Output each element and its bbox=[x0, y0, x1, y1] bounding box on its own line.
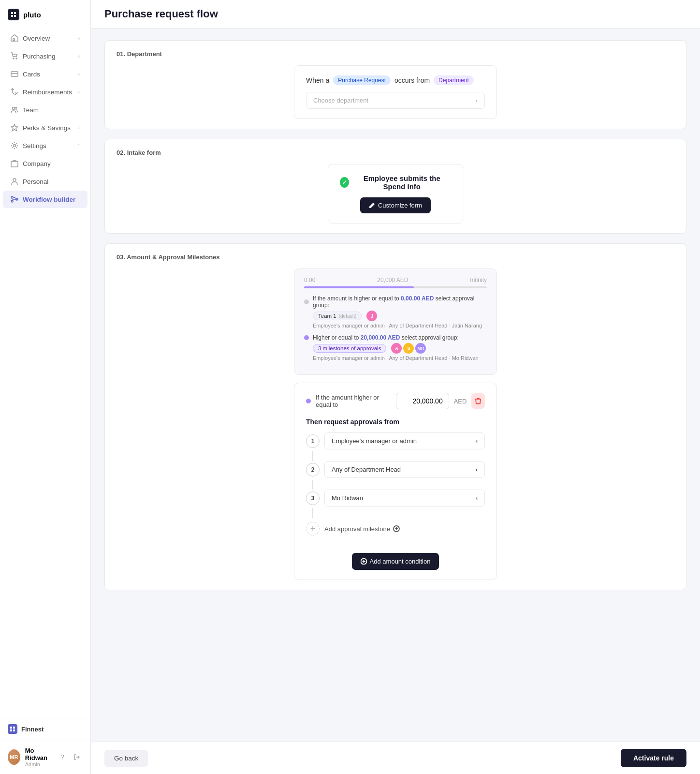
department-dropdown[interactable]: Choose department ‹ bbox=[306, 92, 485, 109]
condition-editor: If the amount higher or equal to AED The… bbox=[294, 383, 497, 580]
section1-label: 01. Department bbox=[117, 50, 674, 58]
sidebar-nav: Overview ‹ Purchasing ‹ Cards ‹ Reimburs… bbox=[0, 29, 90, 719]
step1-dropdown[interactable]: Employee's manager or admin ‹ bbox=[324, 432, 485, 449]
sidebar-item-cards-label: Cards bbox=[23, 71, 40, 78]
sidebar-item-cards[interactable]: Cards ‹ bbox=[3, 65, 88, 83]
main-header: Purchase request flow bbox=[91, 0, 700, 29]
milestone2-av3: MR bbox=[415, 343, 426, 354]
milestone2-row: Higher or equal to 20,000.00 AED select … bbox=[304, 334, 487, 341]
reimbursements-chevron: ‹ bbox=[78, 89, 80, 95]
footer-actions: ? bbox=[57, 751, 83, 763]
department-flow-card: When a Purchase Request occurs from Depa… bbox=[294, 65, 497, 119]
sidebar-footer: MR Mo Ridwan Admin ? bbox=[0, 740, 90, 774]
svg-point-6 bbox=[15, 107, 17, 109]
sidebar-item-purchasing-label: Purchasing bbox=[23, 53, 56, 60]
sidebar-item-settings[interactable]: Settings ˅ bbox=[3, 137, 88, 154]
add-milestone-label[interactable]: Add approval milestone bbox=[324, 525, 400, 533]
milestone2-text: Higher or equal to 20,000.00 AED select … bbox=[313, 334, 459, 341]
milestone1-text: If the amount is higher or equal to 0,00… bbox=[313, 295, 487, 309]
approval-step-2: 2 Any of Department Head ‹ bbox=[306, 461, 485, 478]
milestone1-dot bbox=[304, 299, 309, 304]
range-row: 0.00 20,000 AED Infinity bbox=[304, 277, 487, 283]
range-start: 0.00 bbox=[304, 277, 315, 283]
add-amount-condition-button[interactable]: Add amount condition bbox=[352, 553, 439, 570]
customize-btn-label: Customize form bbox=[378, 202, 422, 209]
dept-dropdown-chevron: ‹ bbox=[476, 97, 478, 104]
svg-rect-20 bbox=[13, 729, 15, 731]
user-role: Admin bbox=[25, 761, 52, 767]
intake-form-card: ✓ Employee submits the Spend Info Custom… bbox=[328, 164, 463, 223]
sidebar-item-personal-label: Personal bbox=[23, 178, 48, 185]
svg-point-2 bbox=[16, 58, 17, 59]
intake-title-row: ✓ Employee submits the Spend Info bbox=[340, 174, 451, 191]
sidebar-item-perks-label: Perks & Savings bbox=[23, 124, 71, 132]
svg-point-14 bbox=[11, 196, 13, 198]
sidebar-item-reimbursements[interactable]: Reimbursements ‹ bbox=[3, 83, 88, 101]
sidebar-item-purchasing[interactable]: Purchasing ‹ bbox=[3, 47, 88, 65]
company-name: Finnest bbox=[21, 726, 44, 733]
dept-tag: Department bbox=[434, 75, 474, 85]
settings-chevron: ˅ bbox=[77, 143, 80, 149]
step3-dropdown[interactable]: Mo Ridwan ‹ bbox=[324, 490, 485, 506]
svg-rect-9 bbox=[11, 162, 18, 167]
step2-connector: 2 bbox=[306, 463, 320, 476]
milestone-summary-card: 0.00 20,000 AED Infinity If the amount i… bbox=[294, 268, 497, 375]
step3-value: Mo Ridwan bbox=[332, 494, 363, 502]
sidebar-item-company-label: Company bbox=[23, 160, 51, 167]
help-button[interactable]: ? bbox=[57, 751, 68, 763]
sidebar: pluto Overview ‹ Purchasing ‹ Cards ‹ bbox=[0, 0, 91, 774]
svg-rect-18 bbox=[13, 727, 15, 729]
condition-amount-input[interactable] bbox=[396, 393, 449, 409]
footer-bar: Go back Activate rule bbox=[91, 742, 700, 774]
sidebar-item-overview[interactable]: Overview ‹ bbox=[3, 30, 88, 47]
activate-rule-button[interactable]: Activate rule bbox=[621, 749, 686, 767]
then-label: Then request approvals from bbox=[306, 418, 399, 426]
milestone2-av2: S bbox=[403, 343, 414, 354]
add-milestone-button[interactable]: + bbox=[306, 522, 320, 536]
occurs-text: occurs from bbox=[394, 76, 430, 84]
step-line-3-add bbox=[312, 508, 313, 518]
user-name: Mo Ridwan bbox=[25, 747, 52, 761]
main-content: Purchase request flow 01. Department Whe… bbox=[91, 0, 700, 774]
main-body: 01. Department When a Purchase Request o… bbox=[91, 29, 700, 774]
logo-text: pluto bbox=[23, 11, 41, 19]
logo[interactable]: pluto bbox=[0, 0, 90, 29]
step-line-2-3 bbox=[312, 480, 313, 490]
intake-card-title: Employee submits the Spend Info bbox=[353, 174, 451, 191]
green-check-icon: ✓ bbox=[340, 177, 349, 188]
step1-num: 1 bbox=[306, 434, 320, 448]
milestone1-row: If the amount is higher or equal to 0,00… bbox=[304, 295, 487, 309]
milestone2-group-tag: 3 milestones of approvals bbox=[313, 344, 386, 353]
svg-point-5 bbox=[13, 107, 15, 110]
delete-condition-button[interactable] bbox=[471, 393, 485, 409]
dept-placeholder: Choose department bbox=[313, 97, 368, 104]
step1-value: Employee's manager or admin bbox=[332, 437, 417, 445]
sidebar-item-perks[interactable]: Perks & Savings ‹ bbox=[3, 119, 88, 136]
customize-form-button[interactable]: Customize form bbox=[360, 197, 431, 213]
svg-rect-3 bbox=[11, 72, 18, 76]
sidebar-item-overview-label: Overview bbox=[23, 35, 50, 42]
svg-rect-0 bbox=[13, 39, 15, 41]
go-back-button[interactable]: Go back bbox=[104, 750, 148, 767]
step2-value: Any of Department Head bbox=[332, 466, 401, 473]
step3-connector: 3 bbox=[306, 491, 320, 505]
sidebar-item-reimbursements-label: Reimbursements bbox=[23, 89, 72, 96]
svg-point-13 bbox=[13, 179, 16, 181]
svg-point-1 bbox=[13, 58, 14, 59]
user-avatar: MR bbox=[8, 749, 20, 765]
step3-chevron: ‹ bbox=[476, 494, 478, 502]
svg-rect-17 bbox=[10, 727, 12, 729]
sidebar-item-workflow-builder[interactable]: Workflow builder bbox=[3, 191, 88, 208]
logout-button[interactable] bbox=[71, 751, 83, 763]
milestone1-members: Employee's manager or admin · Any of Dep… bbox=[313, 323, 487, 328]
step2-dropdown[interactable]: Any of Department Head ‹ bbox=[324, 461, 485, 478]
sidebar-item-personal[interactable]: Personal bbox=[3, 173, 88, 190]
approval-step-1: 1 Employee's manager or admin ‹ bbox=[306, 432, 485, 449]
sidebar-item-team[interactable]: Team bbox=[3, 101, 88, 119]
add-amount-btn-label: Add amount condition bbox=[370, 558, 431, 565]
milestone1-avatar: J bbox=[366, 311, 377, 321]
request-tag: Purchase Request bbox=[333, 75, 391, 85]
overview-chevron: ‹ bbox=[78, 36, 80, 41]
step-line-1-2 bbox=[312, 451, 313, 461]
sidebar-item-company[interactable]: Company bbox=[3, 155, 88, 172]
